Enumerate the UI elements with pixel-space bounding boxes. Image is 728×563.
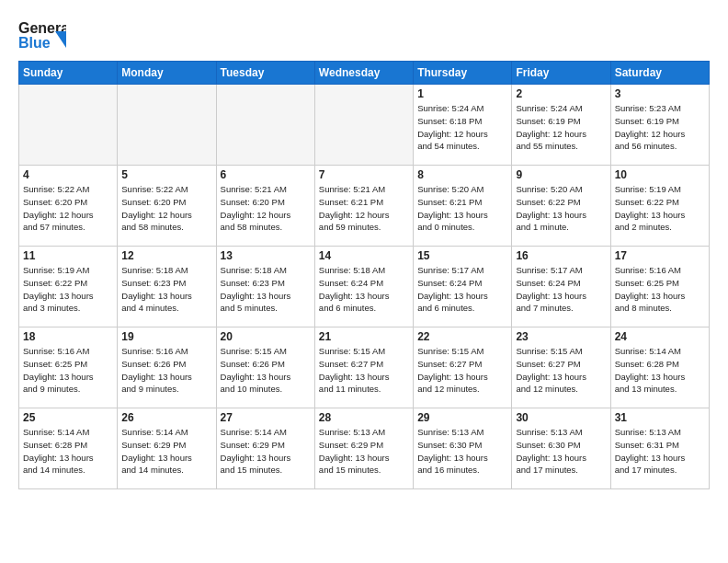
day-number: 16 (516, 249, 606, 262)
day-info: Sunrise: 5:14 AM Sunset: 6:28 PM Dayligh… (615, 345, 705, 396)
calendar-day: 7Sunrise: 5:21 AM Sunset: 6:21 PM Daylig… (314, 166, 413, 247)
calendar-week-4: 18Sunrise: 5:16 AM Sunset: 6:25 PM Dayli… (19, 327, 710, 408)
day-info: Sunrise: 5:22 AM Sunset: 6:20 PM Dayligh… (23, 183, 113, 234)
calendar-week-3: 11Sunrise: 5:19 AM Sunset: 6:22 PM Dayli… (19, 247, 710, 327)
day-info: Sunrise: 5:16 AM Sunset: 6:26 PM Dayligh… (121, 345, 211, 396)
calendar-day: 9Sunrise: 5:20 AM Sunset: 6:22 PM Daylig… (512, 166, 610, 247)
day-info: Sunrise: 5:13 AM Sunset: 6:30 PM Dayligh… (417, 426, 507, 477)
day-number: 4 (23, 168, 113, 181)
calendar-day: 27Sunrise: 5:14 AM Sunset: 6:29 PM Dayli… (216, 408, 314, 489)
header: General Blue (18, 15, 710, 55)
calendar-day (216, 85, 314, 166)
calendar-day: 15Sunrise: 5:17 AM Sunset: 6:24 PM Dayli… (414, 247, 512, 327)
calendar-day: 24Sunrise: 5:14 AM Sunset: 6:28 PM Dayli… (610, 327, 709, 408)
day-info: Sunrise: 5:17 AM Sunset: 6:24 PM Dayligh… (516, 264, 606, 315)
calendar-day: 1Sunrise: 5:24 AM Sunset: 6:18 PM Daylig… (414, 85, 512, 166)
day-number: 13 (221, 249, 311, 262)
day-number: 21 (319, 330, 409, 343)
day-number: 3 (615, 87, 705, 100)
calendar-day: 17Sunrise: 5:16 AM Sunset: 6:25 PM Dayli… (610, 247, 709, 327)
day-info: Sunrise: 5:19 AM Sunset: 6:22 PM Dayligh… (615, 183, 705, 234)
day-number: 26 (121, 411, 211, 424)
day-number: 1 (417, 87, 507, 100)
day-info: Sunrise: 5:18 AM Sunset: 6:23 PM Dayligh… (221, 264, 311, 315)
calendar-day (19, 85, 118, 166)
day-number: 14 (319, 249, 409, 262)
calendar-day: 12Sunrise: 5:18 AM Sunset: 6:23 PM Dayli… (118, 247, 216, 327)
day-number: 24 (615, 330, 705, 343)
calendar-day: 22Sunrise: 5:15 AM Sunset: 6:27 PM Dayli… (414, 327, 512, 408)
day-info: Sunrise: 5:15 AM Sunset: 6:27 PM Dayligh… (417, 345, 507, 396)
calendar-table: SundayMondayTuesdayWednesdayThursdayFrid… (18, 61, 710, 489)
page: General Blue SundayMondayTuesdayWednesda… (0, 0, 728, 499)
calendar-day: 16Sunrise: 5:17 AM Sunset: 6:24 PM Dayli… (512, 247, 610, 327)
calendar-day: 5Sunrise: 5:22 AM Sunset: 6:20 PM Daylig… (118, 166, 216, 247)
calendar-day: 2Sunrise: 5:24 AM Sunset: 6:19 PM Daylig… (512, 85, 610, 166)
calendar-day: 26Sunrise: 5:14 AM Sunset: 6:29 PM Dayli… (118, 408, 216, 489)
calendar-week-5: 25Sunrise: 5:14 AM Sunset: 6:28 PM Dayli… (19, 408, 710, 489)
calendar-day (314, 85, 413, 166)
day-info: Sunrise: 5:21 AM Sunset: 6:21 PM Dayligh… (319, 183, 409, 234)
calendar-week-1: 1Sunrise: 5:24 AM Sunset: 6:18 PM Daylig… (19, 85, 710, 166)
day-number: 18 (23, 330, 113, 343)
day-info: Sunrise: 5:20 AM Sunset: 6:21 PM Dayligh… (417, 183, 507, 234)
logo-icon: General Blue (18, 15, 66, 55)
calendar-day: 20Sunrise: 5:15 AM Sunset: 6:26 PM Dayli… (216, 327, 314, 408)
calendar-day: 18Sunrise: 5:16 AM Sunset: 6:25 PM Dayli… (19, 327, 118, 408)
calendar-day: 30Sunrise: 5:13 AM Sunset: 6:30 PM Dayli… (512, 408, 610, 489)
day-info: Sunrise: 5:15 AM Sunset: 6:26 PM Dayligh… (221, 345, 311, 396)
day-number: 27 (221, 411, 311, 424)
weekday-header-saturday: Saturday (610, 62, 709, 85)
weekday-header-monday: Monday (118, 62, 216, 85)
calendar-day: 31Sunrise: 5:13 AM Sunset: 6:31 PM Dayli… (610, 408, 709, 489)
day-number: 17 (615, 249, 705, 262)
weekday-header-sunday: Sunday (19, 62, 118, 85)
day-info: Sunrise: 5:18 AM Sunset: 6:23 PM Dayligh… (121, 264, 211, 315)
day-info: Sunrise: 5:18 AM Sunset: 6:24 PM Dayligh… (319, 264, 409, 315)
calendar-day: 3Sunrise: 5:23 AM Sunset: 6:19 PM Daylig… (610, 85, 709, 166)
calendar-day: 19Sunrise: 5:16 AM Sunset: 6:26 PM Dayli… (118, 327, 216, 408)
day-info: Sunrise: 5:13 AM Sunset: 6:31 PM Dayligh… (615, 426, 705, 477)
calendar-day: 11Sunrise: 5:19 AM Sunset: 6:22 PM Dayli… (19, 247, 118, 327)
calendar-day (118, 85, 216, 166)
weekday-header-friday: Friday (512, 62, 610, 85)
weekday-header-wednesday: Wednesday (314, 62, 413, 85)
day-number: 12 (121, 249, 211, 262)
day-number: 10 (615, 168, 705, 181)
calendar-day: 4Sunrise: 5:22 AM Sunset: 6:20 PM Daylig… (19, 166, 118, 247)
day-info: Sunrise: 5:14 AM Sunset: 6:28 PM Dayligh… (23, 426, 113, 477)
day-info: Sunrise: 5:13 AM Sunset: 6:29 PM Dayligh… (319, 426, 409, 477)
day-info: Sunrise: 5:21 AM Sunset: 6:20 PM Dayligh… (221, 183, 311, 234)
day-number: 25 (23, 411, 113, 424)
day-number: 11 (23, 249, 113, 262)
calendar-day: 25Sunrise: 5:14 AM Sunset: 6:28 PM Dayli… (19, 408, 118, 489)
svg-text:Blue: Blue (18, 35, 51, 51)
day-number: 31 (615, 411, 705, 424)
day-info: Sunrise: 5:14 AM Sunset: 6:29 PM Dayligh… (221, 426, 311, 477)
weekday-header-thursday: Thursday (414, 62, 512, 85)
day-number: 7 (319, 168, 409, 181)
day-number: 29 (417, 411, 507, 424)
day-info: Sunrise: 5:15 AM Sunset: 6:27 PM Dayligh… (516, 345, 606, 396)
day-number: 23 (516, 330, 606, 343)
day-number: 15 (417, 249, 507, 262)
day-info: Sunrise: 5:15 AM Sunset: 6:27 PM Dayligh… (319, 345, 409, 396)
calendar-day: 29Sunrise: 5:13 AM Sunset: 6:30 PM Dayli… (414, 408, 512, 489)
day-number: 28 (319, 411, 409, 424)
calendar-day: 6Sunrise: 5:21 AM Sunset: 6:20 PM Daylig… (216, 166, 314, 247)
day-number: 22 (417, 330, 507, 343)
logo: General Blue (18, 15, 66, 55)
day-info: Sunrise: 5:22 AM Sunset: 6:20 PM Dayligh… (121, 183, 211, 234)
calendar-day: 23Sunrise: 5:15 AM Sunset: 6:27 PM Dayli… (512, 327, 610, 408)
day-info: Sunrise: 5:23 AM Sunset: 6:19 PM Dayligh… (615, 102, 705, 153)
day-info: Sunrise: 5:24 AM Sunset: 6:18 PM Dayligh… (417, 102, 507, 153)
day-info: Sunrise: 5:13 AM Sunset: 6:30 PM Dayligh… (516, 426, 606, 477)
day-number: 9 (516, 168, 606, 181)
day-number: 5 (121, 168, 211, 181)
day-info: Sunrise: 5:16 AM Sunset: 6:25 PM Dayligh… (23, 345, 113, 396)
day-info: Sunrise: 5:20 AM Sunset: 6:22 PM Dayligh… (516, 183, 606, 234)
calendar-day: 13Sunrise: 5:18 AM Sunset: 6:23 PM Dayli… (216, 247, 314, 327)
calendar-day: 10Sunrise: 5:19 AM Sunset: 6:22 PM Dayli… (610, 166, 709, 247)
calendar-day: 21Sunrise: 5:15 AM Sunset: 6:27 PM Dayli… (314, 327, 413, 408)
day-number: 19 (121, 330, 211, 343)
